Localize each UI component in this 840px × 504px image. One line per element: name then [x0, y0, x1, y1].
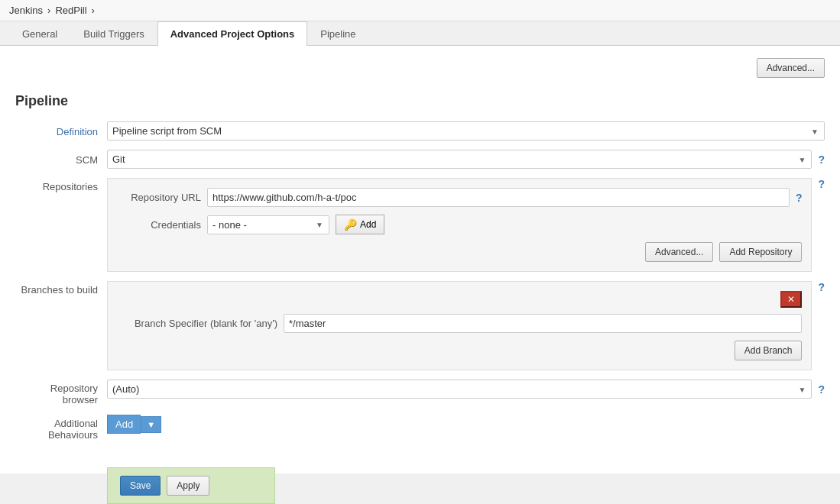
breadcrumb-sep2: ›: [92, 5, 95, 16]
remove-branch-button[interactable]: ✕: [780, 291, 802, 308]
add-behaviour-arrow[interactable]: ▼: [141, 416, 161, 433]
repositories-label: Repositories: [15, 178, 107, 192]
repo-browser-label: Repository browser: [15, 380, 107, 405]
branches-content: ✕ Branch Specifier (blank for 'any') Add…: [107, 281, 825, 370]
branches-help-icon[interactable]: ?: [818, 281, 825, 293]
repositories-content: Repository URL ? Credentials - none -: [107, 178, 825, 272]
breadcrumb-jenkins[interactable]: Jenkins: [9, 5, 43, 16]
tab-general[interactable]: General: [9, 21, 70, 46]
repositories-help-icon[interactable]: ?: [818, 178, 825, 190]
branch-actions: Add Branch: [117, 341, 802, 360]
credentials-row: Credentials - none - 🔑 Add: [117, 215, 802, 234]
repositories-row: Repositories Repository URL ? Credential…: [15, 178, 825, 272]
add-behaviour-button[interactable]: Add: [107, 415, 141, 434]
branches-box: ✕ Branch Specifier (blank for 'any') Add…: [107, 281, 812, 370]
pipeline-section: Pipeline Definition Pipeline script from…: [15, 93, 825, 441]
scm-row: SCM Git ?: [15, 150, 825, 169]
branches-row: Branches to build ✕ Branch Specifier (bl…: [15, 281, 825, 370]
advanced-btn-row: Advanced...: [15, 58, 825, 78]
definition-control: Pipeline script from SCM: [107, 121, 825, 141]
additional-behaviours-row: Additional Behaviours Add ▼: [15, 415, 825, 441]
branch-specifier-input[interactable]: [284, 314, 802, 333]
repo-advanced-button[interactable]: Advanced...: [645, 242, 713, 262]
tabs-bar: General Build Triggers Advanced Project …: [0, 21, 840, 46]
add-branch-button[interactable]: Add Branch: [735, 341, 803, 360]
repo-url-row: Repository URL ?: [117, 188, 802, 207]
additional-add-row: Add ▼: [107, 415, 825, 434]
repo-browser-help-icon[interactable]: ?: [818, 383, 825, 396]
definition-select[interactable]: Pipeline script from SCM: [107, 121, 825, 141]
bottom-bar: Save Apply: [107, 467, 275, 473]
repo-browser-row: Repository browser (Auto) ?: [15, 380, 825, 405]
repo-browser-select[interactable]: (Auto): [107, 380, 812, 399]
breadcrumb-sep1: ›: [47, 5, 50, 16]
additional-behaviours-content: Add ▼: [107, 415, 825, 434]
repo-url-input[interactable]: [207, 188, 790, 207]
add-repository-button[interactable]: Add Repository: [719, 242, 802, 262]
add-dropdown: Add ▼: [107, 415, 161, 434]
repo-actions: Advanced... Add Repository: [117, 242, 802, 262]
pipeline-title: Pipeline: [15, 93, 825, 109]
advanced-button[interactable]: Advanced...: [757, 58, 825, 78]
credentials-label: Credentials: [117, 219, 201, 231]
add-credentials-button[interactable]: 🔑 Add: [336, 215, 384, 234]
credentials-select[interactable]: - none -: [207, 215, 329, 234]
branch-specifier-label: Branch Specifier (blank for 'any'): [117, 318, 277, 329]
definition-label: Definition: [15, 121, 107, 137]
repo-browser-content: (Auto) ?: [107, 380, 825, 399]
repo-url-help-icon[interactable]: ?: [796, 192, 803, 204]
tab-build-triggers[interactable]: Build Triggers: [70, 21, 157, 46]
additional-behaviours-label: Additional Behaviours: [15, 415, 107, 441]
branches-label: Branches to build: [15, 281, 107, 296]
scm-help-icon[interactable]: ?: [818, 153, 825, 166]
breadcrumb: Jenkins › RedPill ›: [0, 0, 840, 21]
definition-row: Definition Pipeline script from SCM: [15, 121, 825, 141]
repositories-box: Repository URL ? Credentials - none -: [107, 178, 812, 272]
scm-select[interactable]: Git: [107, 150, 812, 169]
scm-control: Git ?: [107, 150, 825, 169]
tab-advanced-project-options[interactable]: Advanced Project Options: [157, 21, 308, 46]
tab-pipeline[interactable]: Pipeline: [307, 21, 368, 46]
scm-label: SCM: [15, 150, 107, 166]
key-icon: 🔑: [344, 218, 357, 231]
repo-url-label: Repository URL: [117, 192, 201, 203]
branch-header: ✕: [117, 291, 802, 308]
add-credentials-label: Add: [360, 219, 376, 230]
breadcrumb-redpill[interactable]: RedPill: [55, 5, 86, 16]
branch-specifier-row: Branch Specifier (blank for 'any'): [117, 314, 802, 333]
main-content: Advanced... Pipeline Definition Pipeline…: [0, 46, 840, 473]
credentials-select-wrap: - none -: [207, 215, 329, 234]
